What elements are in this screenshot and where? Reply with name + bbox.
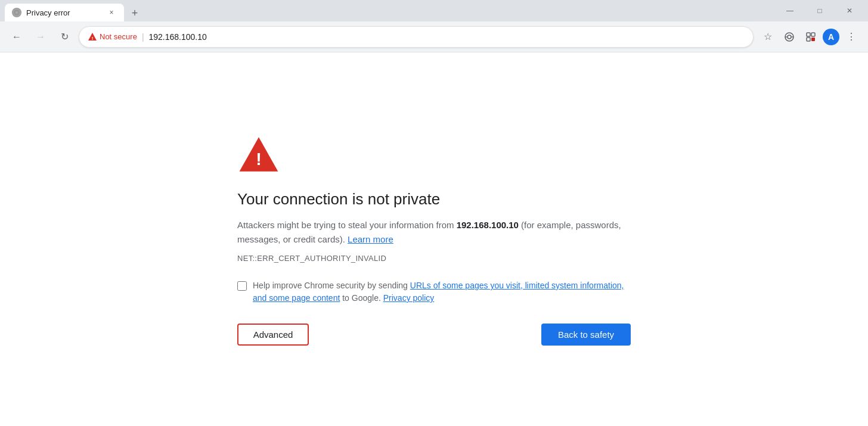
tab-favicon [12, 8, 21, 17]
not-secure-label: Not secure [100, 32, 137, 41]
toolbar-icons: ☆ A [758, 27, 861, 46]
description-before: Attackers might be trying to steal your … [237, 220, 457, 230]
svg-rect-9 [807, 38, 810, 41]
buttons-row: Advanced Back to safety [237, 324, 631, 346]
spy-icon-button[interactable] [780, 27, 799, 46]
svg-text:!: ! [92, 35, 94, 41]
svg-point-1 [16, 11, 18, 14]
window-controls: — □ ✕ [776, 0, 863, 21]
svg-point-4 [788, 35, 791, 39]
warning-triangle-icon: ! [88, 32, 97, 42]
url-text: 192.168.100.10 [149, 32, 745, 42]
profile-button[interactable]: A [823, 29, 839, 45]
minimize-button[interactable]: — [776, 0, 804, 21]
checkbox-label: Help improve Chrome security by sending … [253, 279, 631, 304]
checkbox-text-before: Help improve Chrome security by sending [253, 281, 410, 290]
extension-button[interactable] [801, 27, 820, 46]
security-checkbox[interactable] [237, 281, 247, 291]
checkbox-row: Help improve Chrome security by sending … [237, 279, 631, 304]
close-button[interactable]: ✕ [836, 0, 863, 21]
browser-window: Privacy error × + — □ ✕ ← → ↻ ! [0, 0, 868, 426]
svg-text:!: ! [256, 150, 262, 169]
svg-rect-10 [811, 38, 815, 41]
url-separator: | [142, 32, 144, 42]
new-tab-button[interactable]: + [126, 5, 143, 21]
error-description: Attackers might be trying to steal your … [237, 218, 631, 247]
advanced-button[interactable]: Advanced [237, 324, 309, 346]
address-bar: ← → ↻ ! Not secure | 192.168.100.10 ☆ [0, 21, 868, 52]
error-title: Your connection is not private [237, 190, 440, 209]
bookmark-icon: ☆ [764, 31, 772, 42]
tab-label: Privacy error [26, 8, 101, 17]
tab-bar: Privacy error × + [5, 0, 774, 21]
title-bar: Privacy error × + — □ ✕ [0, 0, 868, 21]
checkbox-text-mid: to Google. [340, 293, 383, 303]
tab-close-button[interactable]: × [106, 7, 117, 18]
error-container: ! Your connection is not private Attacke… [213, 121, 655, 357]
privacy-policy-link[interactable]: Privacy policy [383, 293, 435, 303]
maximize-button[interactable]: □ [806, 0, 833, 21]
forward-button[interactable]: → [31, 27, 50, 46]
reload-button[interactable]: ↻ [55, 27, 74, 46]
forward-icon: → [36, 32, 45, 42]
svg-rect-8 [811, 33, 815, 36]
not-secure-indicator: ! Not secure [88, 32, 137, 42]
back-to-safety-button[interactable]: Back to safety [541, 324, 631, 346]
menu-icon: ⋮ [847, 31, 856, 42]
spy-icon [783, 31, 795, 43]
active-tab[interactable]: Privacy error × [5, 4, 124, 21]
bookmark-button[interactable]: ☆ [758, 27, 777, 46]
reload-icon: ↻ [61, 31, 69, 42]
svg-rect-7 [807, 33, 810, 36]
back-icon: ← [12, 32, 21, 42]
domain-text: 192.168.100.10 [457, 220, 519, 230]
error-code: NET::ERR_CERT_AUTHORITY_INVALID [237, 254, 386, 263]
page-content: ! Your connection is not private Attacke… [0, 52, 868, 426]
url-bar[interactable]: ! Not secure | 192.168.100.10 [79, 26, 754, 48]
extension-icon [805, 31, 817, 43]
menu-button[interactable]: ⋮ [842, 27, 861, 46]
learn-more-link[interactable]: Learn more [348, 234, 393, 244]
warning-icon: ! [237, 133, 280, 176]
back-button[interactable]: ← [7, 27, 26, 46]
profile-initial: A [828, 32, 834, 42]
